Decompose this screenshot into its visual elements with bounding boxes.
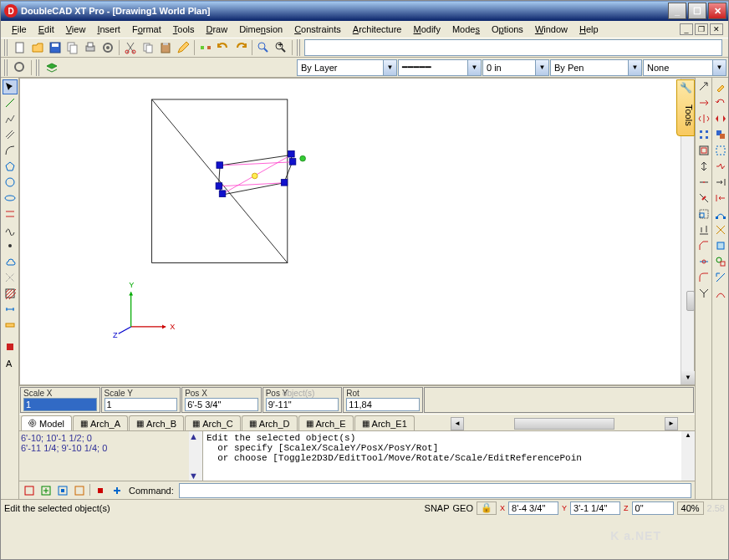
print-button[interactable] <box>82 39 99 56</box>
block-tool[interactable] <box>3 339 18 354</box>
status-y-input[interactable] <box>570 501 620 515</box>
quick-mod-tool[interactable] <box>713 143 728 158</box>
mdi-close-button[interactable]: ✕ <box>710 23 723 35</box>
brush-tool[interactable] <box>713 79 728 94</box>
close-button[interactable]: ✕ <box>708 3 726 19</box>
explode-tool[interactable] <box>713 222 728 237</box>
doubleline-tool[interactable] <box>3 127 18 142</box>
mdi-restore-button[interactable]: ❐ <box>695 23 708 35</box>
grip-icon[interactable] <box>4 59 9 76</box>
drawing-canvas[interactable]: X Y Z ▲▼ <box>19 78 695 385</box>
extend-tool[interactable] <box>713 175 728 190</box>
menu-format[interactable]: Format <box>126 23 167 36</box>
dimension-tool[interactable] <box>3 302 18 317</box>
right-scroll-thumb[interactable] <box>686 291 695 311</box>
point-tool[interactable] <box>3 238 18 253</box>
polygon-tool[interactable] <box>3 159 18 174</box>
menu-modify[interactable]: Modify <box>407 23 446 36</box>
scalex-input[interactable] <box>23 398 97 411</box>
scaley-input[interactable] <box>105 398 178 411</box>
align-tool[interactable] <box>696 222 711 237</box>
paste-button[interactable] <box>157 39 174 56</box>
lineweight-combo[interactable]: 0 in▼ <box>482 59 549 76</box>
curve-tool[interactable] <box>713 286 728 301</box>
lock-indicator[interactable]: 🔒 <box>477 501 497 515</box>
measure-tool[interactable] <box>3 318 18 333</box>
hscroll-thumb[interactable] <box>514 418 614 430</box>
chamfer-tool[interactable] <box>696 238 711 253</box>
array-tool[interactable] <box>696 127 711 142</box>
copy-button[interactable] <box>64 39 81 56</box>
trim-tool[interactable] <box>696 191 711 206</box>
shrink-tool[interactable] <box>713 191 728 206</box>
explode-button[interactable] <box>197 39 214 56</box>
snap-toggle[interactable]: SNAP <box>425 503 450 513</box>
redo-button[interactable] <box>232 39 249 56</box>
join-tool[interactable] <box>696 254 711 269</box>
zoom-extents-button[interactable]: + <box>273 39 289 56</box>
mirror-tool[interactable] <box>696 111 711 126</box>
split-tool[interactable] <box>696 175 711 190</box>
text-tool[interactable]: A <box>3 355 18 370</box>
style-combo[interactable]: None▼ <box>643 59 726 76</box>
tools-panel-tab[interactable]: Tools <box>676 79 695 136</box>
hscroll-left[interactable]: ◄ <box>451 417 464 430</box>
menu-architecture[interactable]: Architecture <box>347 23 408 36</box>
tab-model[interactable]: 🞋 Model <box>21 415 72 430</box>
settings-button[interactable] <box>99 39 116 56</box>
hatch-tool[interactable] <box>3 286 18 301</box>
select-tool[interactable] <box>3 79 18 94</box>
history-scroll[interactable]: ▲▼ <box>189 431 202 481</box>
add-icon[interactable] <box>110 484 124 497</box>
maximize-button[interactable]: ☐ <box>688 3 706 19</box>
tab-arch-d[interactable]: ▦ Arch_D <box>242 415 298 430</box>
menu-dimension[interactable]: Dimension <box>233 23 288 36</box>
move-tool[interactable] <box>696 79 711 94</box>
menu-insert[interactable]: Insert <box>91 23 126 36</box>
tab-arch-e1[interactable]: ▦ Arch_E1 <box>354 415 415 430</box>
line-tool[interactable] <box>3 95 18 110</box>
menu-tools[interactable]: Tools <box>167 23 201 36</box>
dot-icon[interactable] <box>94 484 107 497</box>
circle-tool[interactable] <box>3 175 18 190</box>
minimize-button[interactable]: _ <box>668 3 686 19</box>
cloud-tool[interactable] <box>3 254 18 269</box>
fillet-tool[interactable] <box>696 270 711 285</box>
square-blue-icon[interactable] <box>56 484 69 497</box>
edit-button[interactable] <box>175 39 191 56</box>
rotate-tool[interactable] <box>713 95 728 110</box>
zoom-indicator[interactable]: 40% <box>677 501 704 515</box>
tab-arch-a[interactable]: ▦ Arch_A <box>73 415 128 430</box>
menu-constraints[interactable]: Constraints <box>288 23 347 36</box>
posy-input[interactable] <box>266 398 339 411</box>
menu-file[interactable]: File <box>6 23 33 36</box>
break-tool[interactable] <box>713 159 728 174</box>
copy2-button[interactable] <box>140 39 156 56</box>
scale-tool[interactable] <box>696 206 711 221</box>
linetype-combo[interactable]: ━━━━━▼ <box>398 59 482 76</box>
square-plus-icon[interactable] <box>39 484 53 497</box>
rot-input[interactable] <box>346 398 420 411</box>
parallel-tool[interactable] <box>3 206 18 221</box>
grip-icon[interactable] <box>297 39 302 56</box>
flip-tool[interactable] <box>713 111 728 126</box>
quick-input[interactable] <box>304 39 722 56</box>
menu-help[interactable]: Help <box>574 23 604 36</box>
posx-input[interactable] <box>185 398 258 411</box>
offset-tool[interactable] <box>696 143 711 158</box>
status-z-input[interactable] <box>632 501 674 515</box>
convert-tool[interactable] <box>713 254 728 269</box>
transform-tool[interactable] <box>713 270 728 285</box>
gear-dropdown-button[interactable] <box>12 59 28 76</box>
group-tool[interactable] <box>713 127 728 142</box>
construction-tool[interactable] <box>3 270 18 285</box>
status-x-input[interactable] <box>508 501 558 515</box>
cut-button[interactable] <box>122 39 139 56</box>
arc-tool[interactable] <box>3 143 18 158</box>
cmd-scroll[interactable]: ▲ <box>681 431 695 481</box>
tab-arch-c[interactable]: ▦ Arch_C <box>185 415 241 430</box>
stretch-tool[interactable] <box>696 159 711 174</box>
pen-combo[interactable]: By Pen▼ <box>550 59 642 76</box>
mdi-minimize-button[interactable]: _ <box>680 23 693 35</box>
hscroll-right[interactable]: ► <box>665 417 678 430</box>
